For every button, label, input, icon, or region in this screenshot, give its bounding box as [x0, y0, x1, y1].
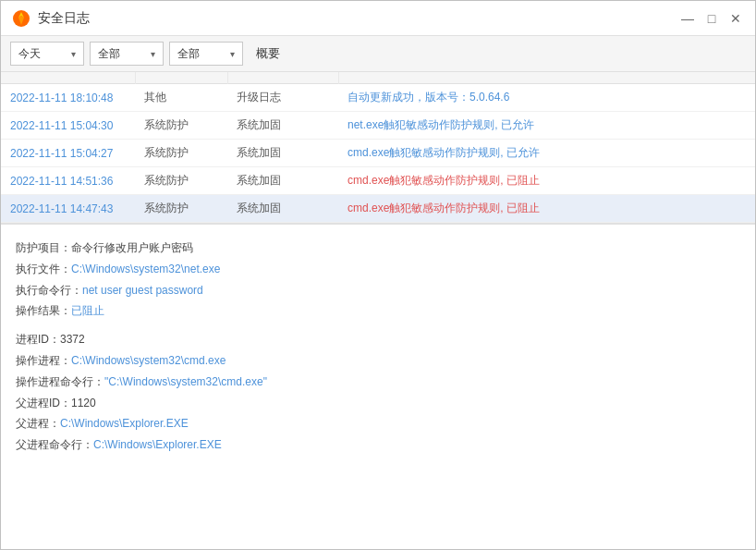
detail-line: 执行命令行：net user guest password [16, 280, 740, 301]
detail-value[interactable]: C:\Windows\Explorer.EXE [60, 417, 189, 430]
table-row[interactable]: 2022-11-11 14:47:43系统防护系统加固cmd.exe触犯敏感动作… [1, 195, 755, 223]
table-row[interactable]: 2022-11-11 18:10:48其他升级日志自动更新成功，版本号：5.0.… [1, 84, 755, 112]
detail-label: 操作结果： [16, 304, 71, 317]
detail-line: 操作进程：C:\Windows\system32\cmd.exe [16, 350, 740, 372]
detail-line: 进程ID：3372 [16, 329, 740, 350]
cell-summary: net.exe触犯敏感动作防护规则, 已允许 [338, 112, 755, 140]
detail-label: 执行文件： [16, 263, 71, 275]
detail-value: 1120 [71, 397, 96, 409]
col-header-category [227, 72, 338, 84]
cell-summary: cmd.exe触犯敏感动作防护规则, 已允许 [338, 140, 755, 167]
filter-type-dropdown[interactable]: 全部 ▾ [90, 42, 164, 66]
detail-value: 3372 [60, 333, 85, 346]
detail-section-2: 进程ID：3372操作进程：C:\Windows\system32\cmd.ex… [16, 329, 740, 456]
filter-type-label: 全部 [98, 46, 120, 62]
log-table: 2022-11-11 18:10:48其他升级日志自动更新成功，版本号：5.0.… [1, 72, 755, 223]
detail-line: 父进程命令行：C:\Windows\Explorer.EXE [16, 434, 740, 456]
detail-value[interactable]: 已阻止 [71, 304, 104, 317]
detail-line: 操作进程命令行："C:\Windows\system32\cmd.exe" [16, 372, 740, 393]
cell-type: 系统防护 [135, 167, 227, 195]
cell-type: 系统防护 [135, 140, 227, 167]
detail-line: 防护项目：命令行修改用户账户密码 [16, 238, 740, 259]
window-controls: — □ ✕ [679, 10, 744, 27]
detail-value[interactable]: C:\Windows\system32\net.exe [71, 263, 220, 275]
table-row[interactable]: 2022-11-11 14:51:36系统防护系统加固cmd.exe触犯敏感动作… [1, 167, 755, 195]
cell-category: 系统加固 [227, 140, 338, 167]
detail-label: 操作进程： [16, 354, 71, 367]
cell-time: 2022-11-11 14:47:43 [1, 195, 135, 223]
detail-label: 防护项目： [16, 241, 71, 254]
filter-category-label: 全部 [177, 46, 200, 62]
filter-time-dropdown[interactable]: 今天 ▾ [10, 42, 84, 66]
detail-value[interactable]: C:\Windows\Explorer.EXE [93, 438, 222, 451]
title-bar: 安全日志 — □ ✕ [1, 1, 755, 36]
table-row[interactable]: 2022-11-11 15:04:27系统防护系统加固cmd.exe触犯敏感动作… [1, 140, 755, 167]
app-logo [12, 9, 30, 28]
detail-value: 命令行修改用户账户密码 [71, 241, 193, 254]
detail-label: 执行命令行： [16, 284, 82, 297]
chevron-down-icon: ▾ [151, 49, 155, 59]
col-header-time [1, 72, 135, 84]
detail-section-1: 防护项目：命令行修改用户账户密码执行文件：C:\Windows\system32… [16, 238, 740, 322]
detail-label: 操作进程命令行： [16, 375, 104, 388]
maximize-button[interactable]: □ [703, 10, 720, 27]
cell-type: 其他 [135, 84, 227, 112]
col-header-type [135, 72, 227, 84]
cell-summary: cmd.exe触犯敏感动作防护规则, 已阻止 [338, 195, 755, 223]
cell-time: 2022-11-11 15:04:30 [1, 112, 135, 140]
cell-type: 系统防护 [135, 195, 227, 223]
table-row[interactable]: 2022-11-11 15:04:30系统防护系统加固net.exe触犯敏感动作… [1, 112, 755, 140]
cell-category: 系统加固 [227, 167, 338, 195]
cell-time: 2022-11-11 18:10:48 [1, 84, 135, 112]
detail-value[interactable]: "C:\Windows\system32\cmd.exe" [104, 375, 267, 388]
cell-category: 升级日志 [227, 84, 338, 112]
detail-label: 进程ID： [16, 333, 60, 346]
detail-line: 执行文件：C:\Windows\system32\net.exe [16, 259, 740, 280]
log-table-container: 2022-11-11 18:10:48其他升级日志自动更新成功，版本号：5.0.… [1, 72, 755, 223]
filter-category-dropdown[interactable]: 全部 ▾ [169, 42, 243, 66]
detail-line: 父进程：C:\Windows\Explorer.EXE [16, 413, 740, 434]
chevron-down-icon: ▾ [71, 49, 76, 59]
col-header-summary [338, 72, 755, 84]
detail-line: 父进程ID：1120 [16, 393, 740, 414]
detail-label: 父进程： [16, 417, 60, 430]
close-button[interactable]: ✕ [727, 10, 744, 27]
filter-time-label: 今天 [18, 46, 41, 62]
toolbar: 今天 ▾ 全部 ▾ 全部 ▾ 概要 [1, 36, 755, 72]
window-title: 安全日志 [38, 10, 679, 27]
cell-summary: 自动更新成功，版本号：5.0.64.6 [338, 84, 755, 112]
chevron-down-icon: ▾ [230, 49, 235, 59]
cell-time: 2022-11-11 14:51:36 [1, 167, 135, 195]
detail-label: 父进程ID： [16, 397, 71, 409]
main-window: 安全日志 — □ ✕ 今天 ▾ 全部 ▾ 全部 ▾ 概要 [0, 0, 756, 550]
table-header-row [1, 72, 755, 84]
cell-type: 系统防护 [135, 112, 227, 140]
cell-summary: cmd.exe触犯敏感动作防护规则, 已阻止 [338, 167, 755, 195]
cell-category: 系统加固 [227, 195, 338, 223]
summary-column-header: 概要 [256, 45, 280, 62]
detail-value[interactable]: net user guest password [82, 284, 203, 297]
detail-line: 操作结果：已阻止 [16, 300, 740, 322]
detail-label: 父进程命令行： [16, 438, 93, 451]
cell-time: 2022-11-11 15:04:27 [1, 140, 135, 167]
detail-value[interactable]: C:\Windows\system32\cmd.exe [71, 354, 226, 367]
detail-panel: 防护项目：命令行修改用户账户密码执行文件：C:\Windows\system32… [1, 223, 755, 549]
minimize-button[interactable]: — [679, 10, 696, 27]
cell-category: 系统加固 [227, 112, 338, 140]
